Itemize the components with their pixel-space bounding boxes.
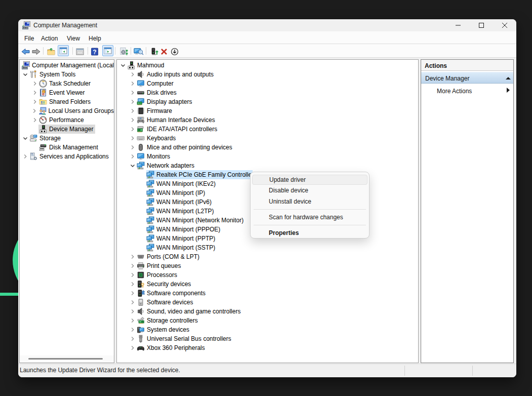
svg-text:?: ? — [93, 49, 96, 56]
